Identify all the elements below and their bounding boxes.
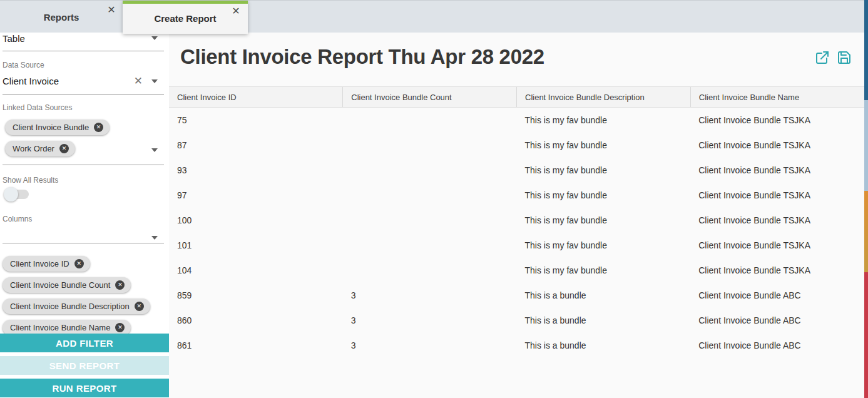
table-cell: Client Invoice Bundle ABC bbox=[690, 308, 864, 333]
tab-bar: Reports ✕ Create Report ✕ bbox=[0, 0, 868, 33]
table-cell: Client Invoice Bundle TSJKA bbox=[690, 158, 864, 183]
remove-icon[interactable]: ✕ bbox=[115, 280, 125, 290]
tab-create-report-label: Create Report bbox=[123, 13, 248, 24]
table-header-row: Client Invoice ID Client Invoice Bundle … bbox=[169, 87, 864, 108]
data-source-label: Data Source bbox=[3, 61, 164, 69]
show-all-results-label: Show All Results bbox=[3, 176, 164, 185]
table-cell bbox=[343, 208, 517, 233]
report-preview-pane: Client Invoice Report Thu Apr 28 2022 bbox=[169, 33, 864, 398]
tab-create-report[interactable]: Create Report ✕ bbox=[123, 1, 248, 34]
table-row: 93 This is my fav bundle Client Invoice … bbox=[169, 158, 864, 183]
column-header-client-invoice-bundle-description[interactable]: Client Invoice Bundle Description bbox=[517, 87, 691, 108]
table-cell: Client Invoice Bundle TSJKA bbox=[690, 258, 864, 283]
table-cell: This is my fav bundle bbox=[517, 233, 691, 258]
chip-client-invoice-bundle-count: Client Invoice Bundle Count ✕ bbox=[3, 277, 131, 293]
table-cell: 93 bbox=[169, 158, 343, 183]
add-filter-button[interactable]: ADD FILTER bbox=[0, 334, 169, 352]
table-cell: This is a bundle bbox=[517, 308, 691, 333]
remove-icon[interactable]: ✕ bbox=[115, 323, 125, 332]
table-cell: Client Invoice Bundle TSJKA bbox=[690, 233, 864, 258]
table-row: 97 This is my fav bundle Client Invoice … bbox=[169, 183, 864, 208]
table-cell bbox=[343, 183, 517, 208]
save-button[interactable] bbox=[837, 50, 852, 65]
data-source-select[interactable]: Client Invoice ✕ bbox=[3, 76, 164, 95]
report-title-row: Client Invoice Report Thu Apr 28 2022 bbox=[169, 33, 864, 86]
table-row: 860 3 This is a bundle Client Invoice Bu… bbox=[169, 308, 864, 333]
table-cell: 101 bbox=[169, 233, 343, 258]
reports-tab-close-icon[interactable]: ✕ bbox=[105, 4, 118, 16]
column-header-client-invoice-id[interactable]: Client Invoice ID bbox=[169, 87, 343, 108]
table-row: 87 This is my fav bundle Client Invoice … bbox=[169, 133, 864, 158]
table-cell: This is my fav bundle bbox=[517, 108, 691, 133]
page-title: Client Invoice Report Thu Apr 28 2022 bbox=[180, 45, 544, 69]
chip-work-order: Work Order ✕ bbox=[5, 141, 75, 156]
report-type-select[interactable]: Table bbox=[3, 33, 164, 51]
table-cell: 3 bbox=[343, 333, 517, 358]
table-cell: This is my fav bundle bbox=[517, 158, 691, 183]
chip-client-invoice-id: Client Invoice ID ✕ bbox=[3, 256, 90, 272]
chip-label: Client Invoice ID bbox=[10, 259, 69, 268]
table-row: 100 This is my fav bundle Client Invoice… bbox=[169, 208, 864, 233]
table-cell: 87 bbox=[169, 133, 343, 158]
table-cell: This is a bundle bbox=[517, 283, 691, 308]
table-cell: 3 bbox=[343, 283, 517, 308]
table-body: 75 This is my fav bundle Client Invoice … bbox=[169, 108, 864, 358]
table-cell: Client Invoice Bundle ABC bbox=[690, 283, 864, 308]
chevron-down-icon bbox=[151, 148, 158, 152]
save-icon bbox=[837, 50, 852, 65]
run-report-button[interactable]: RUN REPORT bbox=[0, 379, 169, 397]
table-cell bbox=[343, 258, 517, 283]
remove-icon[interactable]: ✕ bbox=[74, 259, 84, 268]
remove-icon[interactable]: ✕ bbox=[94, 123, 103, 132]
table-cell bbox=[343, 133, 517, 158]
table-cell: This is my fav bundle bbox=[517, 183, 691, 208]
table-cell: 861 bbox=[169, 333, 343, 358]
table-cell: Client Invoice Bundle TSJKA bbox=[690, 108, 864, 133]
export-button[interactable] bbox=[815, 50, 830, 65]
edge-strip bbox=[864, 0, 868, 398]
data-source-value: Client Invoice bbox=[3, 76, 59, 86]
table-cell: Client Invoice Bundle TSJKA bbox=[690, 208, 864, 233]
edge-strip-orange bbox=[864, 191, 868, 272]
column-chip-list: Client Invoice ID ✕ Client Invoice Bundl… bbox=[0, 256, 169, 341]
table-cell: Client Invoice Bundle TSJKA bbox=[690, 133, 864, 158]
chevron-down-icon bbox=[151, 36, 158, 40]
send-report-button[interactable]: SEND REPORT bbox=[0, 356, 169, 375]
report-builder-sidebar: Table Data Source Client Invoice ✕ Linke… bbox=[0, 33, 169, 398]
tab-reports-label: Reports bbox=[0, 12, 123, 23]
chip-label: Client Invoice Bundle Count bbox=[10, 280, 110, 290]
report-table: Client Invoice ID Client Invoice Bundle … bbox=[169, 86, 864, 358]
table-cell: 97 bbox=[169, 183, 343, 208]
chip-label: Client Invoice Bundle Name bbox=[10, 323, 110, 332]
remove-icon[interactable]: ✕ bbox=[59, 144, 69, 153]
table-cell: 3 bbox=[343, 308, 517, 333]
chevron-down-icon bbox=[151, 79, 158, 83]
columns-label: Columns bbox=[3, 215, 164, 223]
chip-label: Client Invoice Bundle Description bbox=[10, 302, 130, 311]
column-header-client-invoice-bundle-count[interactable]: Client Invoice Bundle Count bbox=[343, 87, 517, 108]
table-cell: 104 bbox=[169, 258, 343, 283]
report-type-value: Table bbox=[3, 33, 25, 44]
chevron-down-icon bbox=[151, 236, 158, 240]
columns-select[interactable] bbox=[3, 225, 164, 243]
show-all-results-toggle[interactable] bbox=[5, 188, 29, 200]
chip-client-invoice-bundle-description: Client Invoice Bundle Description ✕ bbox=[3, 298, 150, 314]
table-cell: 860 bbox=[169, 308, 343, 333]
table-cell: 859 bbox=[169, 283, 343, 308]
linked-data-sources-field[interactable]: Client Invoice Bundle ✕ Work Order ✕ bbox=[3, 120, 164, 165]
clear-icon[interactable]: ✕ bbox=[134, 76, 143, 86]
edge-strip-blue bbox=[864, 0, 868, 100]
table-cell: This is a bundle bbox=[517, 333, 691, 358]
remove-icon[interactable]: ✕ bbox=[135, 302, 144, 311]
create-report-tab-close-icon[interactable]: ✕ bbox=[230, 5, 242, 18]
column-header-client-invoice-bundle-name[interactable]: Client Invoice Bundle Name bbox=[690, 87, 864, 108]
tab-reports[interactable]: Reports ✕ bbox=[0, 1, 123, 33]
table-cell: This is my fav bundle bbox=[517, 208, 691, 233]
table-cell bbox=[343, 108, 517, 133]
table-cell: This is my fav bundle bbox=[517, 258, 691, 283]
table-cell bbox=[343, 158, 517, 183]
external-link-icon bbox=[815, 50, 830, 65]
table-row: 101 This is my fav bundle Client Invoice… bbox=[169, 233, 864, 258]
chip-label: Client Invoice Bundle bbox=[13, 123, 89, 132]
table-cell: Client Invoice Bundle ABC bbox=[690, 333, 864, 358]
